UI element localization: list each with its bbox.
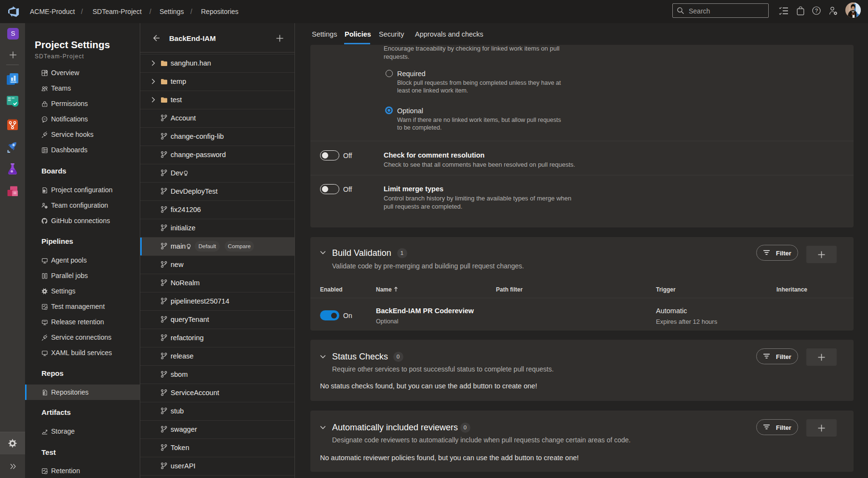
svg-text:?: ? bbox=[815, 8, 818, 13]
